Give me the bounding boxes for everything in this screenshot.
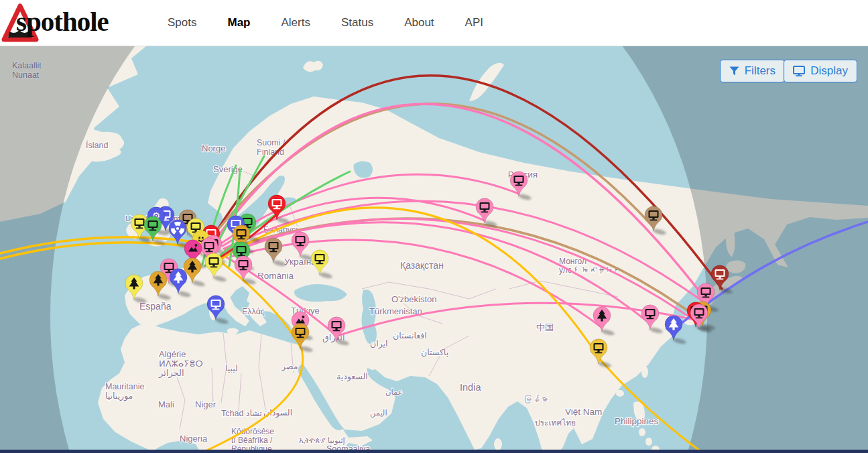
nav-item-about[interactable]: About — [404, 16, 434, 29]
monitor-icon — [793, 66, 805, 76]
filters-button-label: Filters — [745, 64, 776, 78]
footer-bar — [0, 450, 868, 453]
nav-item-map[interactable]: Map — [227, 16, 250, 29]
brand-logo[interactable]: spothole — [1, 1, 135, 44]
funnel-icon — [729, 66, 739, 76]
display-button-label: Display — [810, 64, 848, 78]
world-map[interactable]: KalaallitNunaatÍslandNorgeSverigeSuomi /… — [0, 46, 868, 453]
filters-button[interactable]: Filters — [720, 60, 785, 82]
main-nav: SpotsMapAlertsStatusAboutAPI — [168, 16, 483, 29]
map-container[interactable]: KalaallitNunaatÍslandNorgeSverigeSuomi /… — [0, 46, 868, 453]
brand-name: spothole — [16, 5, 109, 38]
night-terminator-overlay — [0, 46, 868, 453]
nav-item-status[interactable]: Status — [341, 16, 373, 29]
nav-item-alerts[interactable]: Alerts — [281, 16, 310, 29]
display-button[interactable]: Display — [784, 60, 857, 82]
app-header: spothole SpotsMapAlertsStatusAboutAPI — [0, 0, 868, 46]
nav-item-spots[interactable]: Spots — [168, 16, 196, 29]
nav-item-api[interactable]: API — [465, 16, 483, 29]
